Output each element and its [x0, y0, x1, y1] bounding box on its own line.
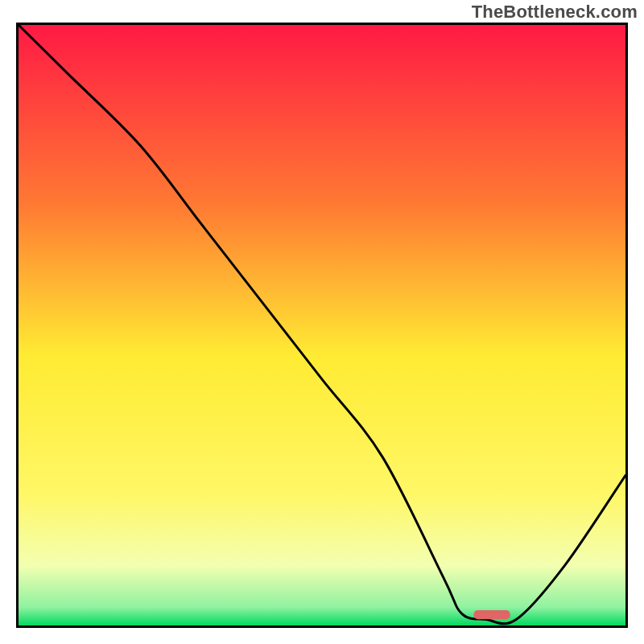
plot-area [16, 23, 628, 628]
optimal-marker [474, 610, 510, 619]
chart-frame: TheBottleneck.com [0, 0, 644, 644]
attribution-text: TheBottleneck.com [472, 2, 638, 23]
chart-svg [19, 25, 625, 625]
